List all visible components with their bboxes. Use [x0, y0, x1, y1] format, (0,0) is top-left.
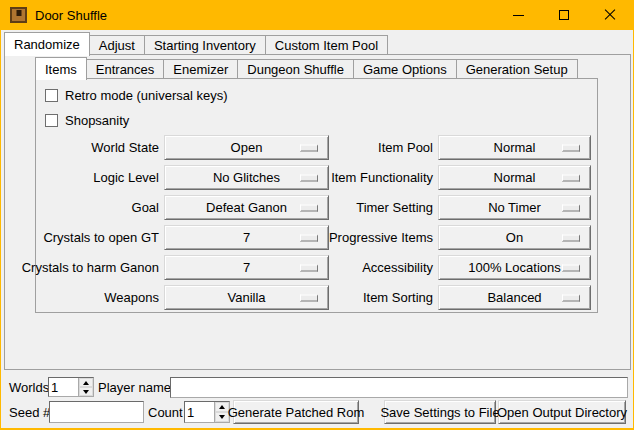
window-controls	[495, 0, 633, 30]
count-spinbox[interactable]	[184, 401, 230, 423]
item-functionality-dropdown[interactable]: Normal	[438, 165, 591, 190]
world-state-label: World State	[11, 135, 159, 160]
tab-label: Generation Setup	[466, 62, 568, 77]
tab-label: Starting Inventory	[154, 38, 256, 53]
tab-randomize[interactable]: Randomize	[4, 32, 90, 56]
dropdown-value: Open	[231, 140, 263, 155]
world-state-dropdown[interactable]: Open	[164, 135, 329, 160]
tab-label: Items	[45, 62, 77, 77]
tab-label: Game Options	[363, 62, 447, 77]
tab-label: Enemizer	[173, 62, 228, 77]
maximize-button[interactable]	[541, 0, 587, 30]
item-sorting-label: Item Sorting	[311, 285, 433, 310]
app-window: Door Shuffle Randomize Adjust Starting I…	[0, 0, 634, 430]
spin-down-button[interactable]	[79, 387, 93, 396]
retro-mode-label: Retro mode (universal keys)	[65, 88, 228, 103]
seed-label: Seed #	[9, 405, 50, 420]
tab-adjust[interactable]: Adjust	[89, 35, 145, 55]
seed-input[interactable]	[49, 401, 144, 423]
dropdown-value: Normal	[494, 170, 536, 185]
dropdown-indicator-icon	[562, 294, 580, 301]
window-title: Door Shuffle	[35, 8, 107, 23]
tab-label: Custom Item Pool	[275, 38, 378, 53]
retro-mode-checkbox[interactable]	[45, 89, 58, 102]
open-output-directory-button[interactable]: Open Output Directory	[498, 400, 626, 424]
close-icon	[604, 9, 616, 21]
goal-label: Goal	[11, 195, 159, 220]
player-names-input[interactable]	[170, 377, 628, 398]
item-pool-label: Item Pool	[311, 135, 433, 160]
dropdown-value: 100% Locations	[468, 260, 561, 275]
worlds-input[interactable]	[49, 378, 78, 396]
dropdown-value: Vanilla	[227, 290, 265, 305]
dropdown-value: Defeat Ganon	[206, 200, 287, 215]
tab-label: Dungeon Shuffle	[247, 62, 344, 77]
minimize-icon	[513, 15, 524, 16]
spin-up-icon	[219, 405, 225, 409]
crystals-open-gt-label: Crystals to open GT	[11, 225, 159, 250]
minimize-button[interactable]	[495, 0, 541, 30]
dropdown-value: Normal	[494, 140, 536, 155]
shopsanity-row: Shopsanity	[45, 112, 129, 128]
dropdown-indicator-icon	[562, 264, 580, 271]
spin-up-button[interactable]	[79, 378, 93, 387]
dropdown-value: No Glitches	[213, 170, 280, 185]
progressive-items-dropdown[interactable]: On	[438, 225, 591, 250]
accessibility-label: Accessibility	[311, 255, 433, 280]
generate-patched-rom-button[interactable]: Generate Patched Rom	[233, 400, 359, 424]
dropdown-indicator-icon	[562, 204, 580, 211]
app-icon	[10, 7, 27, 23]
item-sorting-dropdown[interactable]: Balanced	[438, 285, 591, 310]
item-functionality-label: Item Functionality	[311, 165, 433, 190]
weapons-dropdown[interactable]: Vanilla	[164, 285, 329, 310]
option-row: World State Open Item Pool Normal	[1, 135, 634, 160]
tab-game-options[interactable]: Game Options	[353, 59, 457, 79]
tab-enemizer[interactable]: Enemizer	[163, 59, 238, 79]
logic-level-label: Logic Level	[11, 165, 159, 190]
option-row: Crystals to open GT 7 Progressive Items …	[1, 225, 634, 250]
option-row: Crystals to harm Ganon 7 Accessibility 1…	[1, 255, 634, 280]
dropdown-indicator-icon	[562, 234, 580, 241]
dropdown-value: 7	[243, 230, 250, 245]
progressive-items-label: Progressive Items	[311, 225, 433, 250]
worlds-spinbox[interactable]	[48, 377, 94, 397]
logic-level-dropdown[interactable]: No Glitches	[164, 165, 329, 190]
tab-label: Randomize	[14, 37, 80, 52]
tab-items[interactable]: Items	[35, 57, 87, 80]
save-settings-button[interactable]: Save Settings to File	[384, 400, 496, 424]
dropdown-value: No Timer	[488, 200, 541, 215]
sub-tab-bar: Items Entrances Enemizer Dungeon Shuffle…	[35, 56, 577, 79]
tab-dungeon-shuffle[interactable]: Dungeon Shuffle	[237, 59, 354, 79]
accessibility-dropdown[interactable]: 100% Locations	[438, 255, 591, 280]
dropdown-value: On	[506, 230, 523, 245]
worlds-spin-controls	[78, 378, 93, 396]
option-row: Logic Level No Glitches Item Functionali…	[1, 165, 634, 190]
tab-generation-setup[interactable]: Generation Setup	[456, 59, 578, 79]
tab-custom-item-pool[interactable]: Custom Item Pool	[265, 35, 388, 55]
maximize-icon	[559, 10, 569, 20]
dropdown-value: Balanced	[487, 290, 541, 305]
spin-down-icon	[219, 415, 225, 419]
dropdown-value: 7	[243, 260, 250, 275]
spin-up-icon	[83, 381, 89, 385]
shopsanity-label: Shopsanity	[65, 113, 129, 128]
main-tab-bar: Randomize Adjust Starting Inventory Cust…	[4, 31, 387, 55]
crystals-open-gt-dropdown[interactable]: 7	[164, 225, 329, 250]
tab-label: Entrances	[96, 62, 155, 77]
tab-starting-inventory[interactable]: Starting Inventory	[144, 35, 266, 55]
crystals-harm-ganon-dropdown[interactable]: 7	[164, 255, 329, 280]
option-row: Goal Defeat Ganon Timer Setting No Timer	[1, 195, 634, 220]
close-button[interactable]	[587, 0, 633, 30]
option-row: Weapons Vanilla Item Sorting Balanced	[1, 285, 634, 310]
timer-setting-dropdown[interactable]: No Timer	[438, 195, 591, 220]
count-input[interactable]	[185, 402, 214, 422]
retro-mode-row: Retro mode (universal keys)	[45, 87, 228, 103]
item-pool-dropdown[interactable]: Normal	[438, 135, 591, 160]
tab-entrances[interactable]: Entrances	[86, 59, 165, 79]
count-label: Count	[148, 405, 183, 420]
crystals-harm-ganon-label: Crystals to harm Ganon	[11, 255, 159, 280]
goal-dropdown[interactable]: Defeat Ganon	[164, 195, 329, 220]
shopsanity-checkbox[interactable]	[45, 114, 58, 127]
weapons-label: Weapons	[11, 285, 159, 310]
worlds-label: Worlds	[9, 380, 49, 395]
